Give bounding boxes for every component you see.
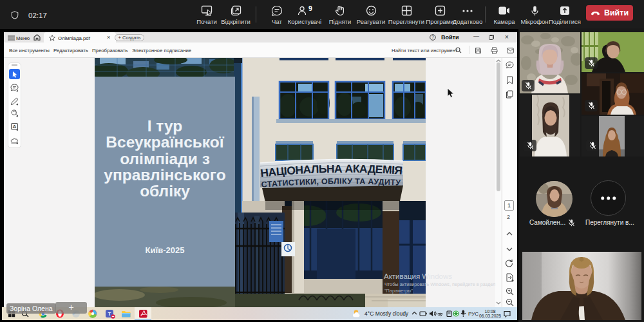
svg-text:A: A <box>13 124 17 129</box>
svg-text:І тур: І тур <box>147 117 183 135</box>
svg-text:06.03.2025: 06.03.2025 <box>479 314 501 318</box>
svg-text:РУС: РУС <box>468 311 478 317</box>
svg-text:4°C Mostly cloudy: 4°C Mostly cloudy <box>365 310 409 317</box>
svg-text:10:08: 10:08 <box>484 309 495 314</box>
svg-text:Київ-2025: Київ-2025 <box>146 245 185 255</box>
svg-text:обліку: обліку <box>140 182 190 200</box>
svg-text:Всеукраїнської: Всеукраїнської <box>106 133 224 151</box>
svg-text:управлінського: управлінського <box>104 166 225 184</box>
svg-text:T: T <box>108 311 111 317</box>
svg-text:?: ? <box>431 35 434 39</box>
svg-text:олімпіади з: олімпіади з <box>120 150 210 167</box>
